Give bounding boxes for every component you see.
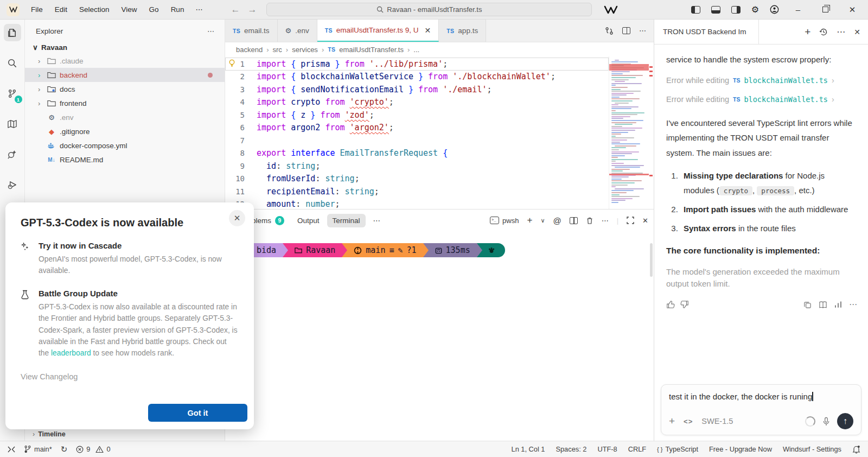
panel-more-actions-icon[interactable]: ⋯ [602,217,609,225]
cascade-conversation-tab[interactable]: TRON USDT Backend Im [654,20,759,44]
close-tab-icon[interactable]: ✕ [425,26,431,35]
tab-env[interactable]: ⚙ .env [278,20,317,42]
tab-emailusdttransfer-ts[interactable]: TS emailUsdtTransfer.ts 9, U ✕ [317,20,439,42]
thumbs-down-icon[interactable] [680,300,689,309]
message-more-icon[interactable]: ⋯ [849,298,857,310]
book-icon[interactable] [819,301,827,309]
cursor-position[interactable]: Ln 1, Col 1 [512,445,545,453]
code-line[interactable]: 8export interface EmailTransferRequest { [225,147,609,160]
new-terminal-icon[interactable]: + [527,215,532,226]
ai-search-icon[interactable] [4,145,21,163]
code-line[interactable]: 4import crypto from 'crypto'; [225,96,609,109]
notifications-bell-icon[interactable] [852,445,860,454]
close-window-button[interactable]: ✕ [844,5,860,15]
tool-error-row[interactable]: Error while editing TS blockchainWallet.… [666,74,857,86]
code-editor[interactable]: 1import { prisma } from '../lib/prisma';… [225,56,654,210]
tab-output[interactable]: Output [292,214,325,227]
tab-terminal[interactable]: Terminal [327,214,366,227]
thumbs-up-icon[interactable] [666,300,675,309]
encoding[interactable]: UTF-8 [597,445,617,453]
tab-app-ts[interactable]: TS app.ts [439,20,486,42]
minimize-button[interactable]: – [790,5,806,14]
tree-item-gitignore[interactable]: ◆ .gitignore [25,124,225,138]
toggle-secondary-sidebar-icon[interactable] [731,6,741,14]
split-editor-icon[interactable] [622,27,630,34]
attach-icon[interactable]: + [669,415,675,427]
tree-item-docs[interactable]: › docs [25,82,225,96]
chat-input[interactable]: test it in the docker, the docker is run… [669,392,853,401]
close-chat-icon[interactable]: ✕ [854,28,860,36]
windsurf-settings[interactable]: Windsurf - Settings [783,445,841,453]
minimap[interactable] [609,56,649,209]
menu-more-icon[interactable]: ⋯ [191,3,207,16]
menu-selection[interactable]: Selection [74,3,114,16]
restore-button[interactable] [817,5,833,14]
tree-item-backend[interactable]: › backend [25,68,225,82]
toggle-sidebar-icon[interactable] [691,6,700,14]
tree-item-docker-compose[interactable]: docker-compose.yml [25,138,225,153]
tree-item-env[interactable]: ⚙ .env [25,110,225,124]
kill-terminal-icon[interactable] [586,217,593,225]
mic-icon[interactable] [822,417,830,426]
explorer-icon[interactable] [4,24,21,41]
menu-run[interactable]: Run [166,3,189,16]
nav-forward-icon[interactable]: → [247,4,257,15]
bar-chart-icon[interactable] [834,301,842,308]
breadcrumb[interactable]: backend› src› services› TS emailUsdtTran… [225,42,654,56]
branch-indicator[interactable]: main* [24,445,52,453]
search-sidebar-icon[interactable] [4,54,21,72]
terminal-dropdown-icon[interactable]: ∨ [540,217,545,224]
new-conversation-icon[interactable]: + [805,26,810,38]
code-line[interactable]: 7 [225,134,609,147]
indentation[interactable]: Spaces: 2 [556,445,586,453]
code-line[interactable]: 10 fromUserId: string; [225,173,609,186]
toggle-panel-icon[interactable] [711,6,720,14]
run-debug-icon[interactable] [4,176,21,193]
model-selector[interactable]: SWE-1.5 [701,417,733,426]
send-button[interactable]: ↑ [837,413,853,429]
menu-file[interactable]: File [26,3,48,16]
close-notification-icon[interactable]: ✕ [229,210,245,226]
tree-item-readme[interactable]: M↓ README.md [25,153,225,167]
source-control-icon[interactable]: 1 [4,85,21,102]
code-line[interactable]: 3import { sendNotificationEmail } from '… [225,83,609,96]
account-icon[interactable] [770,5,779,14]
command-search-box[interactable]: Ravaan - emailUsdtTransfer.ts [266,3,592,16]
plan-upgrade[interactable]: Free - Upgrade Now [709,445,772,453]
problems-indicator[interactable]: 9 0 [76,445,110,453]
panel-more-icon[interactable]: ⋯ [368,213,386,227]
tab-email-ts[interactable]: TS email.ts [225,20,278,42]
menu-go[interactable]: Go [144,3,164,16]
copy-icon[interactable] [803,301,812,309]
code-line[interactable]: 6import argon2 from 'argon2'; [225,122,609,135]
maximize-panel-icon[interactable] [627,217,634,224]
tree-item-frontend[interactable]: › frontend [25,96,225,110]
explorer-more-icon[interactable]: ⋯ [207,27,215,35]
code-context-icon[interactable]: <> [684,417,693,426]
settings-gear-icon[interactable]: ⚙ [751,4,759,15]
menu-view[interactable]: View [117,3,142,16]
menu-edit[interactable]: Edit [50,3,72,16]
sync-icon[interactable]: ↻ [61,445,68,454]
code-line[interactable]: 12 amount: number; [225,198,609,210]
tree-root-ravaan[interactable]: ∨ Ravaan [25,41,225,54]
nav-back-icon[interactable]: ← [231,4,240,15]
chat-more-icon[interactable]: ⋯ [837,27,845,37]
split-terminal-icon[interactable] [570,217,578,224]
got-it-button[interactable]: Got it [148,404,247,422]
code-line[interactable]: 1import { prisma } from '../lib/prisma'; [225,58,609,71]
at-mention-icon[interactable]: @ [553,216,561,225]
tool-error-row[interactable]: Error while editing TS blockchainWallet.… [666,93,857,105]
lightbulb-icon[interactable] [228,59,235,67]
terminal-body[interactable]: bida Ravaan main ≡ ✎?1 135ms [225,231,654,441]
history-icon[interactable] [819,28,828,36]
leaderboard-link[interactable]: leaderboard [51,349,91,357]
close-panel-icon[interactable]: ✕ [642,217,648,225]
map-icon[interactable] [4,115,21,132]
code-line[interactable]: 2import { blockchainWalletService } from… [225,71,609,84]
view-changelog-link[interactable]: View Changelog [21,372,239,381]
tree-item-claude[interactable]: › .claude [25,54,225,68]
compare-changes-icon[interactable] [605,27,614,35]
editor-more-icon[interactable]: ⋯ [639,27,646,35]
language-mode[interactable]: { }TypeScript [657,445,698,453]
